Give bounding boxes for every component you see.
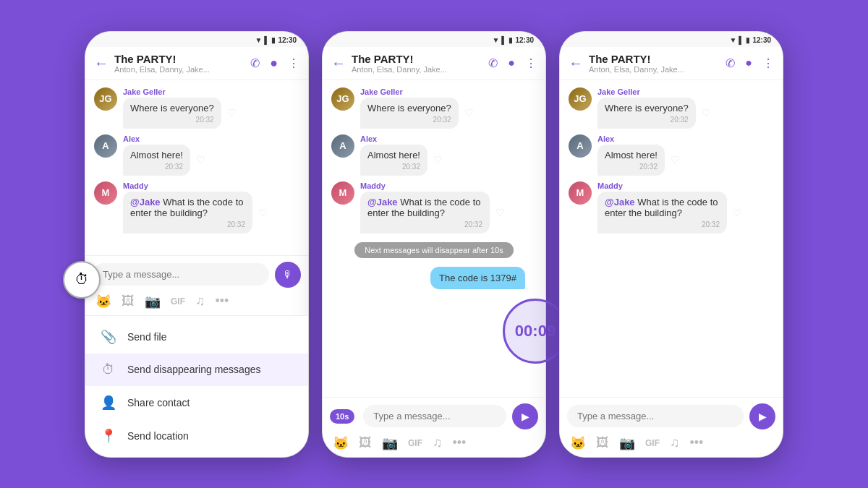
msg-time-jake-2: 20:32 (367, 116, 451, 124)
more-icon-3[interactable]: ⋮ (762, 56, 774, 70)
like-jake-2[interactable]: ♡ (464, 107, 474, 119)
like-maddy-1[interactable]: ♡ (258, 207, 268, 218)
audio-icon-2[interactable]: ♫ (433, 435, 443, 450)
timer-badge-2: 10s (330, 409, 354, 424)
call-icon-3[interactable]: ✆ (726, 56, 735, 70)
like-maddy-3[interactable]: ♡ (733, 207, 742, 218)
like-jake-1[interactable]: ♡ (227, 107, 237, 119)
more-icon-1[interactable]: ⋮ (288, 56, 299, 70)
like-jake-3[interactable]: ♡ (702, 107, 711, 119)
phones-container: ▼ ▌ ▮ 12:30 ← The PARTY! Anton, Elsa, Da… (70, 17, 798, 472)
time-display-3: 12:30 (752, 36, 771, 44)
more-tools-icon-2[interactable]: ••• (453, 435, 467, 450)
sticker-icon-3[interactable]: 🐱 (570, 435, 586, 451)
message-input-1[interactable] (93, 263, 269, 286)
mic-button-1[interactable]: 🎙 (275, 262, 301, 288)
chat-subtitle-1: Anton, Elsa, Danny, Jake... (114, 65, 244, 74)
camera-icon-1[interactable]: 📷 (145, 294, 161, 309)
input-row-1: 🎙 (93, 262, 301, 288)
phone-1: ▼ ▌ ▮ 12:30 ← The PARTY! Anton, Elsa, Da… (85, 31, 309, 458)
toolbar-icons-2: 🐱 🖼 📷 GIF ♫ ••• (330, 435, 538, 451)
audio-icon-1[interactable]: ♫ (195, 294, 205, 309)
msg-full-maddy-2: @Jake What is the code to enter the buil… (360, 192, 505, 234)
header-info-2: The PARTY! Anton, Elsa, Danny, Jake... (352, 53, 482, 74)
send-button-3[interactable]: ▶ (749, 403, 775, 429)
menu-send-file[interactable]: 📎 Send file (85, 320, 308, 354)
msg-full-alex-1: Almost here! 20:32 ♡ (123, 145, 205, 176)
sender-maddy-1: Maddy (123, 181, 268, 190)
send-button-2[interactable]: ▶ (512, 403, 538, 429)
camera-icon-2[interactable]: 📷 (382, 435, 398, 451)
menu-disappearing[interactable]: ⏱ Send disappearing messages (85, 354, 308, 386)
gif-icon-2[interactable]: GIF (408, 438, 422, 448)
wifi-icon: ▼ (255, 36, 262, 44)
input-area-1: 🎙 🐱 🖼 📷 GIF ♫ ••• (85, 255, 308, 315)
chat-header-3: ← The PARTY! Anton, Elsa, Danny, Jake...… (560, 47, 783, 80)
avatar-jake-2: JG (331, 87, 354, 111)
msg-full-maddy-3: @Jake What is the code to enter the buil… (597, 192, 742, 234)
status-bar-3: ▼ ▌ ▮ 12:30 (560, 32, 783, 47)
more-tools-icon-1[interactable]: ••• (216, 294, 229, 309)
sender-jake-3: Jake Geller (597, 87, 711, 96)
chat-subtitle-3: Anton, Elsa, Danny, Jake... (589, 65, 720, 74)
like-maddy-2[interactable]: ♡ (495, 207, 505, 218)
header-actions-2: ✆ ● ⋮ (488, 56, 537, 70)
phone-1-wrapper: ▼ ▌ ▮ 12:30 ← The PARTY! Anton, Elsa, Da… (85, 31, 309, 458)
bubble-wrap-alex-3: Alex Almost here! 20:32 ♡ (597, 134, 680, 176)
like-alex-1[interactable]: ♡ (196, 154, 205, 166)
like-alex-2[interactable]: ♡ (433, 154, 443, 166)
message-row-maddy-3: M Maddy @Jake What is the code to enter … (569, 181, 774, 234)
more-tools-icon-3[interactable]: ••• (690, 435, 704, 450)
status-bar-2: ▼ ▌ ▮ 12:30 (323, 32, 545, 47)
video-icon-1[interactable]: ● (270, 56, 278, 71)
avatar-alex-3: A (569, 134, 592, 158)
more-icon-2[interactable]: ⋮ (525, 56, 537, 70)
call-icon-1[interactable]: ✆ (250, 56, 260, 70)
back-button-1[interactable]: ← (94, 55, 109, 72)
messages-area-3: JG Jake Geller Where is everyone? 20:32 … (560, 80, 783, 397)
menu-share-contact[interactable]: 👤 Share contact (85, 386, 308, 419)
header-info-3: The PARTY! Anton, Elsa, Danny, Jake... (589, 53, 720, 74)
back-button-3[interactable]: ← (569, 55, 583, 72)
bubble-wrap-jake-1: Jake Geller Where is everyone? 20:32 ♡ (123, 87, 237, 129)
toolbar-icons-1: 🐱 🖼 📷 GIF ♫ ••• (93, 294, 301, 309)
chat-title-3: The PARTY! (589, 53, 720, 65)
share-contact-label: Share contact (127, 397, 190, 408)
gif-icon-1[interactable]: GIF (171, 296, 185, 307)
message-row-jake-3: JG Jake Geller Where is everyone? 20:32 … (569, 87, 774, 129)
audio-icon-3[interactable]: ♫ (670, 435, 680, 450)
bubble-wrap-jake-3: Jake Geller Where is everyone? 20:32 ♡ (597, 87, 711, 129)
sender-jake-2: Jake Geller (360, 87, 474, 96)
menu-overlay-1: 📎 Send file ⏱ Send disappearing messages… (85, 315, 308, 457)
wifi-icon-2: ▼ (492, 36, 499, 44)
sender-maddy-3: Maddy (597, 181, 742, 190)
sticker-icon-2[interactable]: 🐱 (333, 435, 349, 451)
call-icon-2[interactable]: ✆ (488, 56, 498, 70)
msg-text-alex-2: Almost here! (367, 150, 420, 160)
time-display-1: 12:30 (278, 36, 297, 44)
sent-text-2: The code is 1379# (439, 273, 516, 283)
sticker-icon-1[interactable]: 🐱 (95, 294, 111, 309)
msg-full-jake-3: Where is everyone? 20:32 ♡ (597, 98, 711, 129)
video-icon-3[interactable]: ● (745, 56, 752, 69)
image-icon-3[interactable]: 🖼 (596, 435, 609, 450)
menu-send-location[interactable]: 📍 Send location (85, 419, 308, 453)
gif-icon-3[interactable]: GIF (645, 438, 660, 448)
video-icon-2[interactable]: ● (508, 56, 515, 69)
image-icon-1[interactable]: 🖼 (122, 294, 135, 309)
msg-time-jake-3: 20:32 (605, 116, 689, 124)
msg-full-maddy-1: @Jake What is the code to enter the buil… (123, 192, 268, 234)
camera-icon-3[interactable]: 📷 (619, 435, 635, 451)
image-icon-2[interactable]: 🖼 (359, 435, 372, 450)
sender-alex-3: Alex (597, 134, 680, 143)
back-button-2[interactable]: ← (331, 55, 346, 72)
msg-text-jake-2: Where is everyone? (367, 103, 451, 114)
like-alex-3[interactable]: ♡ (671, 154, 680, 166)
message-row-alex-1: A Alex Almost here! 20:32 ♡ (94, 134, 299, 176)
phone-2-wrapper: ▼ ▌ ▮ 12:30 ← The PARTY! Anton, Elsa, Da… (322, 31, 546, 458)
message-input-2[interactable] (363, 405, 506, 427)
bubble-wrap-alex-2: Alex Almost here! 20:32 ♡ (360, 134, 443, 176)
time-display-2: 12:30 (515, 36, 534, 44)
message-row-maddy-2: M Maddy @Jake What is the code to enter … (331, 181, 537, 234)
message-input-3[interactable] (567, 405, 744, 427)
